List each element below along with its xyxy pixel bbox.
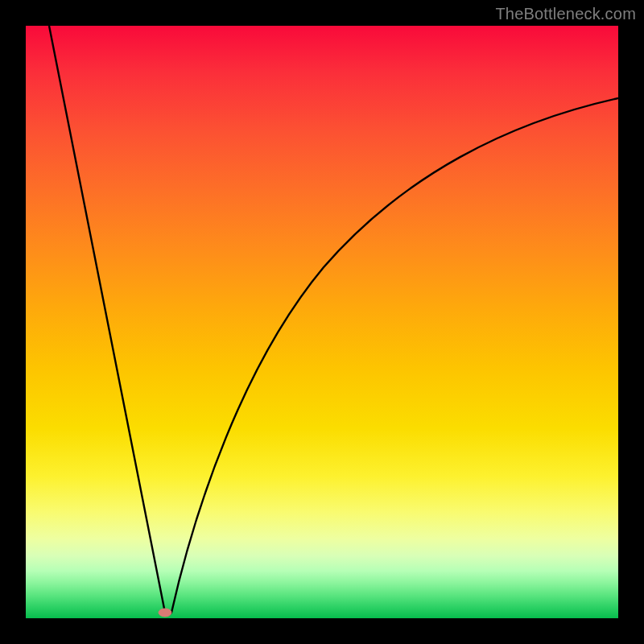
gradient-background (26, 26, 618, 618)
plot-area (26, 26, 618, 618)
chart-frame: TheBottleneck.com (0, 0, 644, 644)
watermark-label: TheBottleneck.com (495, 5, 636, 23)
